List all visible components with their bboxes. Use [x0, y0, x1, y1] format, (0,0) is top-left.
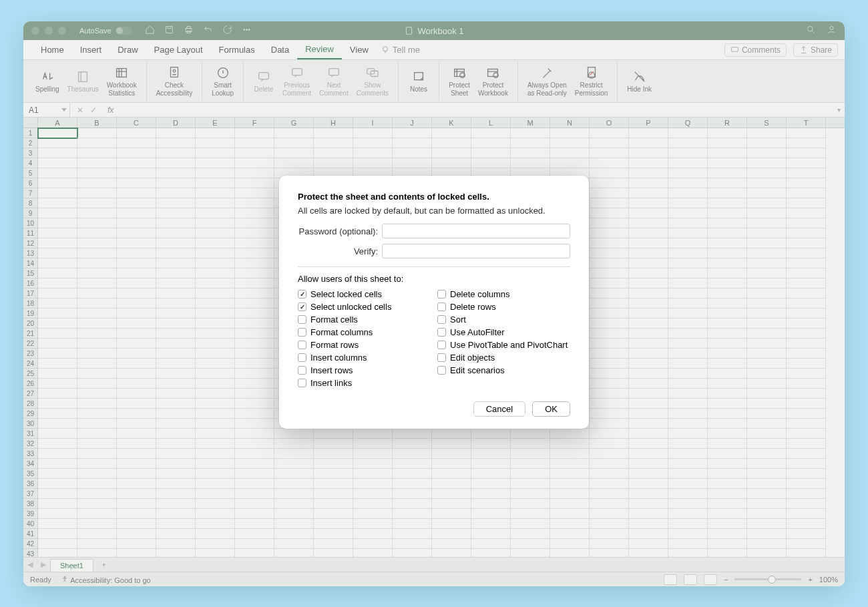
cell[interactable]: [550, 549, 590, 557]
cell[interactable]: [77, 379, 117, 389]
cell[interactable]: [432, 539, 471, 549]
cell[interactable]: [590, 469, 629, 479]
cell[interactable]: [668, 429, 708, 439]
cell[interactable]: [590, 339, 629, 349]
cell[interactable]: [629, 449, 668, 459]
cell[interactable]: [708, 549, 747, 557]
cell[interactable]: [196, 258, 235, 268]
row-header[interactable]: 28: [23, 399, 37, 409]
cell[interactable]: [314, 539, 353, 549]
cell[interactable]: [393, 138, 432, 148]
cell[interactable]: [708, 469, 747, 479]
cell[interactable]: [393, 519, 432, 529]
cell[interactable]: [747, 369, 787, 379]
cell[interactable]: [196, 369, 235, 379]
cell[interactable]: [590, 298, 629, 309]
cell[interactable]: [77, 449, 117, 459]
expand-formula-bar-icon[interactable]: ▾: [837, 106, 845, 114]
cell[interactable]: [668, 509, 708, 519]
cell[interactable]: [235, 168, 274, 178]
cell[interactable]: [235, 298, 274, 309]
notes-button[interactable]: Notes: [404, 68, 433, 95]
close-window-button[interactable]: [31, 27, 39, 35]
cell[interactable]: [511, 158, 550, 168]
cell[interactable]: [668, 178, 708, 188]
cell[interactable]: [77, 208, 117, 218]
cell[interactable]: [196, 349, 235, 359]
cell[interactable]: [471, 479, 511, 489]
cell[interactable]: [708, 379, 747, 389]
cell[interactable]: [77, 309, 117, 319]
cell[interactable]: [708, 359, 747, 369]
search-icon[interactable]: [806, 25, 816, 37]
cell[interactable]: [708, 178, 747, 188]
cell[interactable]: [314, 469, 353, 479]
cell[interactable]: [668, 529, 708, 539]
cell[interactable]: [629, 339, 668, 349]
cell[interactable]: [668, 228, 708, 238]
cell[interactable]: [38, 128, 77, 138]
cell[interactable]: [629, 349, 668, 359]
cell[interactable]: [117, 389, 156, 399]
column-header[interactable]: L: [471, 118, 511, 128]
cell[interactable]: [156, 429, 196, 439]
cell[interactable]: [77, 218, 117, 228]
cell[interactable]: [196, 509, 235, 519]
cell[interactable]: [590, 178, 629, 188]
cell[interactable]: [590, 288, 629, 298]
cell[interactable]: [77, 429, 117, 439]
verify-input[interactable]: [382, 244, 570, 258]
cell[interactable]: [235, 288, 274, 298]
cell[interactable]: [314, 449, 353, 459]
page-break-view-button[interactable]: [704, 574, 717, 585]
cell[interactable]: [787, 158, 826, 168]
cell[interactable]: [708, 158, 747, 168]
cell[interactable]: [38, 539, 77, 549]
more-icon[interactable]: [242, 25, 252, 37]
row-header[interactable]: 18: [23, 298, 37, 309]
cell[interactable]: [77, 148, 117, 158]
cell[interactable]: [77, 539, 117, 549]
cell[interactable]: [77, 499, 117, 509]
row-header[interactable]: 2: [23, 138, 37, 148]
cell[interactable]: [668, 248, 708, 258]
cell[interactable]: [787, 298, 826, 309]
cell[interactable]: [471, 489, 511, 499]
page-layout-view-button[interactable]: [684, 574, 697, 585]
cell[interactable]: [314, 128, 353, 138]
cell[interactable]: [747, 148, 787, 158]
cell[interactable]: [77, 128, 117, 138]
tab-formulas[interactable]: Formulas: [211, 40, 263, 59]
cell[interactable]: [747, 379, 787, 389]
cell[interactable]: [668, 238, 708, 248]
cell[interactable]: [668, 469, 708, 479]
cell[interactable]: [156, 529, 196, 539]
cell[interactable]: [708, 298, 747, 309]
cell[interactable]: [511, 539, 550, 549]
cell[interactable]: [117, 319, 156, 329]
cell[interactable]: [708, 238, 747, 248]
cell[interactable]: [668, 399, 708, 409]
cell[interactable]: [471, 128, 511, 138]
cell[interactable]: [314, 429, 353, 439]
cell[interactable]: [471, 549, 511, 557]
cell[interactable]: [747, 549, 787, 557]
cell[interactable]: [787, 359, 826, 369]
row-header[interactable]: 34: [23, 459, 37, 469]
checkbox-icon[interactable]: [437, 302, 446, 311]
row-header[interactable]: 33: [23, 449, 37, 459]
cell[interactable]: [787, 449, 826, 459]
permission-checkbox[interactable]: Select locked cells: [298, 288, 431, 300]
column-header[interactable]: C: [117, 118, 156, 128]
cell[interactable]: [196, 248, 235, 258]
cell[interactable]: [77, 188, 117, 198]
cell[interactable]: [787, 188, 826, 198]
cell[interactable]: [550, 469, 590, 479]
cell[interactable]: [77, 549, 117, 557]
cell[interactable]: [787, 278, 826, 288]
cell[interactable]: [274, 449, 314, 459]
cell[interactable]: [787, 339, 826, 349]
cell[interactable]: [747, 248, 787, 258]
cell[interactable]: [668, 288, 708, 298]
checkbox-icon[interactable]: [298, 353, 306, 362]
